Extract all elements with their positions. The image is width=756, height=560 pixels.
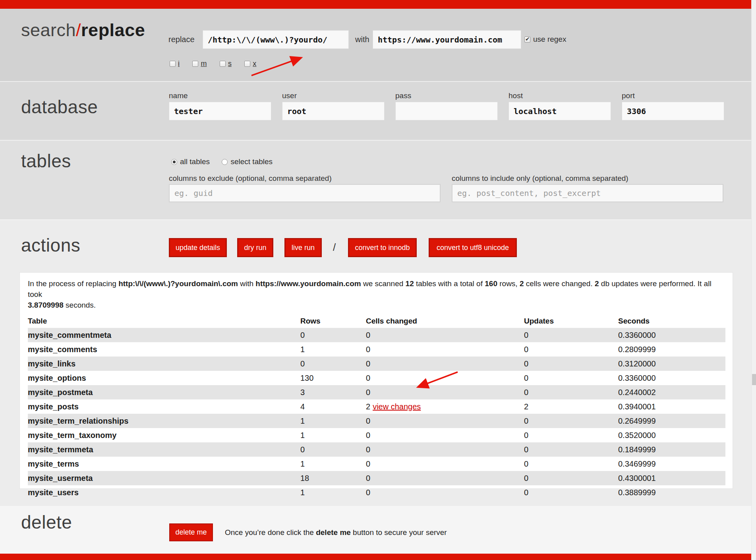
cell-table-name: mysite_users xyxy=(28,485,300,500)
table-row: mysite_options 130 0 0 0.3360000 xyxy=(28,371,725,385)
regex-flag-checkbox[interactable] xyxy=(244,61,250,67)
section-database: database name user pass host port xyxy=(0,81,751,140)
cell-rows: 4 xyxy=(300,399,366,414)
cell-seconds: 0.2440002 xyxy=(618,385,725,399)
db-name-label: name xyxy=(169,91,188,100)
regex-flag-label: s xyxy=(228,60,232,68)
cell-updates: 2 xyxy=(524,399,618,414)
cell-seconds: 0.3360000 xyxy=(618,328,725,342)
delete-heading: delete xyxy=(21,512,72,533)
cell-table-name: mysite_links xyxy=(28,357,300,371)
cell-cells-changed: 0 xyxy=(366,328,524,342)
cell-updates: 0 xyxy=(524,471,618,485)
cell-updates: 0 xyxy=(524,328,618,342)
table-row: mysite_posts 4 2view changes 2 0.3940001 xyxy=(28,399,725,414)
cell-cells-changed: 0 xyxy=(366,471,524,485)
update-details-button[interactable]: update details xyxy=(169,238,227,257)
replace-label: replace xyxy=(168,35,195,44)
view-changes-link[interactable]: view changes xyxy=(373,402,421,411)
cell-seconds: 0.1849999 xyxy=(618,442,725,457)
cell-cells-changed: 0 xyxy=(366,428,524,442)
app-logo: search/replace xyxy=(21,20,145,41)
use-regex-group: use regex xyxy=(524,35,566,44)
col-updates: Updates xyxy=(524,316,618,328)
bottom-accent-bar xyxy=(0,554,751,560)
cell-cells-changed: 0 xyxy=(366,485,524,500)
regex-flag-label: x xyxy=(253,60,256,68)
col-cells-changed: Cells changed xyxy=(366,316,524,328)
db-name-input[interactable] xyxy=(169,102,271,120)
with-label: with xyxy=(355,35,369,44)
cell-rows: 0 xyxy=(300,442,366,457)
cell-cells-changed: 0 xyxy=(366,357,524,371)
regex-flag-checkbox[interactable] xyxy=(192,61,198,67)
cell-table-name: mysite_postmeta xyxy=(28,385,300,399)
cell-rows: 1 xyxy=(300,428,366,442)
table-row: mysite_terms 1 0 0 0.3469999 xyxy=(28,457,725,471)
cell-rows: 130 xyxy=(300,371,366,385)
database-heading: database xyxy=(21,96,98,118)
use-regex-checkbox[interactable] xyxy=(524,37,530,43)
cell-rows: 18 xyxy=(300,471,366,485)
top-accent-bar xyxy=(0,0,751,9)
cell-table-name: mysite_commentmeta xyxy=(28,328,300,342)
cell-seconds: 0.4300001 xyxy=(618,471,725,485)
cell-seconds: 0.2649999 xyxy=(618,414,725,428)
table-row: mysite_postmeta 3 0 0 0.2440002 xyxy=(28,385,725,399)
cell-table-name: mysite_posts xyxy=(28,399,300,414)
section-search-replace: search/replace replace with use regex i … xyxy=(0,9,751,81)
logo-slash: / xyxy=(76,20,81,40)
cell-updates: 0 xyxy=(524,414,618,428)
col-rows: Rows xyxy=(300,316,366,328)
convert-utf8-button[interactable]: convert to utf8 unicode xyxy=(429,238,517,257)
cell-cells-changed: 0 xyxy=(366,371,524,385)
live-run-button[interactable]: live run xyxy=(284,238,322,257)
actions-heading: actions xyxy=(21,234,80,256)
cell-updates: 0 xyxy=(524,357,618,371)
db-port-input[interactable] xyxy=(622,102,724,120)
table-row: mysite_termmeta 0 0 0 0.1849999 xyxy=(28,442,725,457)
all-tables-radio[interactable] xyxy=(171,159,177,165)
button-separator: / xyxy=(333,241,336,254)
tables-heading: tables xyxy=(21,150,71,172)
cell-cells-changed: 0 xyxy=(366,385,524,399)
regex-flag-label: i xyxy=(178,60,180,68)
cell-cells-changed: 0 xyxy=(366,342,524,357)
cell-seconds: 0.3120000 xyxy=(618,357,725,371)
convert-innodb-button[interactable]: convert to innodb xyxy=(348,238,417,257)
include-columns-input[interactable] xyxy=(452,184,723,202)
select-tables-label: select tables xyxy=(230,157,273,166)
regex-flag-checkbox[interactable] xyxy=(220,61,226,67)
scrollbar-track[interactable] xyxy=(751,0,756,560)
table-scope-options: all tables select tables xyxy=(171,157,273,166)
table-row: mysite_usermeta 18 0 0 0.4300001 xyxy=(28,471,725,485)
db-user-label: user xyxy=(282,91,297,100)
table-row: mysite_term_relationships 1 0 0 0.264999… xyxy=(28,414,725,428)
db-pass-input[interactable] xyxy=(395,102,498,120)
cell-table-name: mysite_term_relationships xyxy=(28,414,300,428)
cell-seconds: 0.3520000 xyxy=(618,428,725,442)
cell-cells-changed: 0 xyxy=(366,442,524,457)
regex-flag: s xyxy=(220,60,232,67)
db-host-input[interactable] xyxy=(509,102,611,120)
regex-flag-checkbox[interactable] xyxy=(170,61,176,67)
cell-cells-changed: 0 xyxy=(366,457,524,471)
cell-updates: 0 xyxy=(524,385,618,399)
with-input[interactable] xyxy=(373,30,521,49)
cell-table-name: mysite_usermeta xyxy=(28,471,300,485)
all-tables-label: all tables xyxy=(180,157,210,166)
section-actions: actions update details dry run live run … xyxy=(0,219,751,506)
exclude-columns-input[interactable] xyxy=(169,184,441,202)
select-tables-radio[interactable] xyxy=(222,159,228,165)
scrollbar-thumb[interactable] xyxy=(752,374,756,385)
dry-run-button[interactable]: dry run xyxy=(237,238,273,257)
replace-input[interactable] xyxy=(203,30,349,49)
db-user-input[interactable] xyxy=(282,102,385,120)
table-row: mysite_term_taxonomy 1 0 0 0.3520000 xyxy=(28,428,725,442)
table-row: mysite_users 1 0 0 0.3889999 xyxy=(28,485,725,500)
cell-cells-changed: 0 xyxy=(366,414,524,428)
cell-updates: 0 xyxy=(524,442,618,457)
cell-table-name: mysite_term_taxonomy xyxy=(28,428,300,442)
delete-me-button[interactable]: delete me xyxy=(169,523,213,541)
regex-flags: i m s x xyxy=(170,60,267,68)
